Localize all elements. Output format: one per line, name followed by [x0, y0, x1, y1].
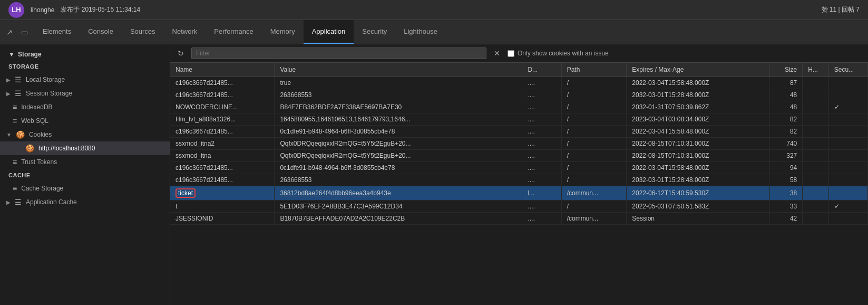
cell-size: 48 — [770, 101, 803, 113]
cell-size: 48 — [770, 89, 803, 101]
arrow-icon: ▼ — [6, 132, 12, 138]
table-row[interactable]: t 5E1D03F76EF2A8BB3E47C3A599C12D34 .... … — [170, 201, 868, 213]
top-bar-left: LH lihonghe 发布于 2019-05-15 11:34:14 — [8, 2, 140, 18]
cell-name: ssxmod_itna — [170, 150, 275, 162]
sidebar-item-trust-tokens[interactable]: ≡ Trust Tokens — [0, 155, 170, 169]
cell-path: / — [561, 77, 627, 89]
cell-h — [803, 77, 828, 89]
cell-path: / — [561, 174, 627, 186]
cell-path: / — [561, 162, 627, 174]
cell-secu — [828, 77, 867, 89]
cell-name: ticket — [170, 186, 275, 201]
cell-size: 740 — [770, 138, 803, 150]
table-row[interactable]: c196c3667d21485... 0c1dfe91-b948-4964-b6… — [170, 162, 868, 174]
cell-h — [803, 186, 828, 201]
table-row[interactable]: Hm_lvt_a808a1326... 1645880955,164610651… — [170, 113, 868, 126]
cell-size: 94 — [770, 162, 803, 174]
cookie-icon: 🍪 — [16, 130, 25, 139]
cookies-label: Cookies — [29, 131, 52, 138]
table-row[interactable]: c196c3667d21485... true .... / 2022-03-0… — [170, 77, 868, 89]
arrow-icon: ▶ — [6, 77, 11, 83]
tab-lighthouse[interactable]: Lighthouse — [395, 20, 446, 44]
cell-name: NOWCODERCLINE... — [170, 101, 275, 113]
table-row[interactable]: JSESSIONID B1870B7BEAFFADE07AD2A2C109E22… — [170, 213, 868, 225]
cell-size: 38 — [770, 186, 803, 201]
col-header-expires: Expires / Max-Age — [627, 63, 770, 77]
cell-path: /commun... — [561, 186, 627, 201]
sidebar-item-indexeddb[interactable]: ≡ IndexedDB — [0, 100, 170, 114]
col-header-name: Name — [170, 63, 275, 77]
cell-expires: 2022-08-15T07:10:31.000Z — [627, 150, 770, 162]
cell-value: 5E1D03F76EF2A8BB3E47C3A599C12D34 — [275, 201, 522, 213]
tab-icon-group: ↗ ▭ — [0, 20, 34, 44]
cell-path: / — [561, 113, 627, 126]
tab-memory[interactable]: Memory — [262, 20, 304, 44]
cell-expires: 2022-03-04T15:58:48.000Z — [627, 77, 770, 89]
web-sql-label: Web SQL — [21, 117, 48, 125]
table-row[interactable]: c196c3667d21485... 0c1dfe91-b948-4964-b6… — [170, 126, 868, 138]
col-header-value: Value — [275, 63, 522, 77]
cell-expires: 2023-03-04T03:08:34.000Z — [627, 113, 770, 126]
cell-size: 82 — [770, 113, 803, 126]
cell-value: 0c1dfe91-b948-4964-b6ff-3d0855cb4e78 — [275, 126, 522, 138]
refresh-button[interactable]: ↻ — [174, 48, 187, 59]
cell-size: 87 — [770, 77, 803, 89]
table-row[interactable]: NOWCODERCLINE... B84F7EB362BDF2A7F338AE5… — [170, 101, 868, 113]
table-row[interactable]: ssxmod_itna Qqfx0DRQqeqiqxxlR2mQG=t5Y5t2… — [170, 150, 868, 162]
cell-domain: l... — [522, 186, 561, 201]
cell-expires: 2032-01-31T07:50:39.862Z — [627, 101, 770, 113]
table-row[interactable]: ssxmod_itna2 Qqfx0DRQqeqiqxxlR2mQG=t5Y5t… — [170, 138, 868, 150]
cell-h — [803, 150, 828, 162]
sidebar-item-cookies[interactable]: ▼ 🍪 Cookies — [0, 128, 170, 141]
table-row[interactable]: ticket 36812bd8ae264f4d8bb96eea3a4b943e … — [170, 186, 868, 201]
cell-value: 263668553 — [275, 89, 522, 101]
col-header-h: H... — [803, 63, 828, 77]
filter-input[interactable] — [191, 47, 486, 59]
cell-h — [803, 174, 828, 186]
cursor-icon[interactable]: ↗ — [4, 26, 15, 39]
cache-icon: ≡ — [13, 184, 17, 193]
tab-elements[interactable]: Elements — [34, 20, 80, 44]
sidebar-item-localhost[interactable]: 🍪 http://localhost:8080 — [0, 141, 170, 155]
table-row[interactable]: c196c3667d21485... 263668553 .... / 2032… — [170, 89, 868, 101]
issue-checkbox-label[interactable]: Only show cookies with an issue — [508, 50, 609, 57]
clear-filter-button[interactable]: ✕ — [491, 48, 503, 59]
cell-name: JSESSIONID — [170, 213, 275, 225]
cell-h — [803, 162, 828, 174]
sidebar-item-session-storage[interactable]: ▶ ☰ Session Storage — [0, 87, 170, 100]
cache-storage-label: Cache Storage — [21, 185, 63, 192]
sidebar-item-cache-storage[interactable]: ≡ Cache Storage — [0, 182, 170, 195]
tab-sources[interactable]: Sources — [122, 20, 164, 44]
tab-application[interactable]: Application — [304, 20, 354, 44]
sidebar-item-web-sql[interactable]: ≡ Web SQL — [0, 114, 170, 128]
cell-expires: 2022-08-15T07:10:31.000Z — [627, 138, 770, 150]
cell-domain: .... — [522, 213, 561, 225]
cell-value: 263668553 — [275, 174, 522, 186]
tab-security[interactable]: Security — [354, 20, 395, 44]
tab-performance[interactable]: Performance — [206, 20, 261, 44]
issue-checkbox[interactable] — [508, 50, 514, 57]
cell-name: c196c3667d21485... — [170, 174, 275, 186]
sidebar-item-local-storage[interactable]: ▶ ☰ Local Storage — [0, 73, 170, 87]
cell-expires: 2022-03-04T15:58:48.000Z — [627, 162, 770, 174]
storage-collapsed-header[interactable]: ▼ Storage — [0, 49, 170, 60]
cell-secu — [828, 138, 867, 150]
cell-h — [803, 113, 828, 126]
cell-name: c196c3667d21485... — [170, 77, 275, 89]
cell-path: / — [561, 201, 627, 213]
sidebar-item-application-cache[interactable]: ▶ ☰ Application Cache — [0, 195, 170, 209]
cell-expires: 2022-05-03T07:50:51.583Z — [627, 201, 770, 213]
inspect-icon[interactable]: ▭ — [19, 26, 30, 39]
cell-name: c196c3667d21485... — [170, 89, 275, 101]
table-row[interactable]: c196c3667d21485... 263668553 .... / 2032… — [170, 174, 868, 186]
cell-path: / — [561, 89, 627, 101]
tab-console[interactable]: Console — [80, 20, 122, 44]
cell-name: ssxmod_itna2 — [170, 138, 275, 150]
cell-h — [803, 138, 828, 150]
tab-bar: ↗ ▭ Elements Console Sources Network Per… — [0, 20, 868, 44]
tab-network[interactable]: Network — [164, 20, 206, 44]
top-bar: LH lihonghe 发布于 2019-05-15 11:34:14 赞 11… — [0, 0, 868, 20]
cookie-small-icon: 🍪 — [25, 144, 34, 152]
cell-domain: .... — [522, 138, 561, 150]
cell-secu — [828, 150, 867, 162]
